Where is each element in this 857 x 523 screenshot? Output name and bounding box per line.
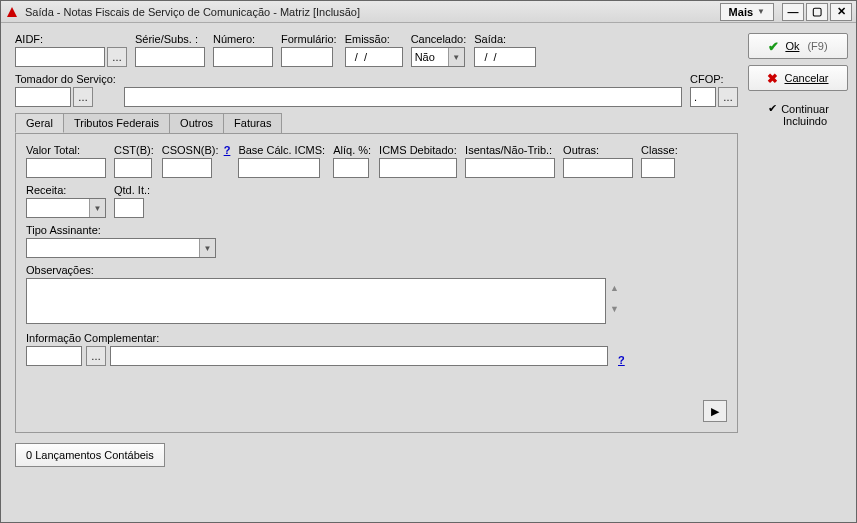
emissao-input[interactable] [345,47,403,67]
emissao-label: Emissão: [345,33,403,45]
info-comp-lookup-button[interactable]: … [86,346,106,366]
saida-field: Saída: [474,33,536,67]
tab-geral[interactable]: Geral [15,113,64,133]
serie-input[interactable] [135,47,205,67]
chevron-down-icon: ▼ [757,7,765,16]
minimize-button[interactable]: — [782,3,804,21]
lancamentos-button[interactable]: 0 Lançamentos Contábeis [15,443,165,467]
numero-field: Número: [213,33,273,67]
cst-label: CST(B): [114,144,154,156]
ok-button[interactable]: ✔ Ok (F9) [748,33,848,59]
outras-field: Outras: [563,144,633,178]
tomador-lookup-button[interactable]: … [73,87,93,107]
chevron-down-icon: ▼ [89,199,105,217]
close-button[interactable]: ✕ [830,3,852,21]
cancelado-label: Cancelado: [411,33,467,45]
cancelado-value: Não [412,51,448,63]
maximize-button[interactable]: ▢ [806,3,828,21]
observacoes-field: Observações: ▲ ▼ [26,264,727,324]
tab-panel-geral: Valor Total: CST(B): CSOSN(B): ? [15,133,738,433]
geral-row-3: Tipo Assinante: ▼ [26,224,727,258]
continuar-incluindo-check[interactable]: ✔ Continuar Incluindo [748,103,848,127]
more-button[interactable]: Mais ▼ [720,3,774,21]
body-area: AIDF: … Série/Subs. : Número: Formulário… [1,23,856,522]
window-title: Saída - Notas Fiscais de Serviço de Comu… [25,6,720,18]
aliq-input [333,158,369,178]
formulario-field: Formulário: [281,33,337,67]
scroll-down-icon[interactable]: ▼ [608,299,621,320]
info-complementar-field: Informação Complementar: … ? [26,332,727,366]
valor-total-field: Valor Total: [26,144,106,178]
tomador-label: Tomador do Serviço: [15,73,116,85]
cancelado-field: Cancelado: Não ▼ [411,33,467,67]
tab-faturas[interactable]: Faturas [223,113,282,133]
isentas-input [465,158,555,178]
observacoes-label: Observações: [26,264,727,276]
info-complementar-label: Informação Complementar: [26,332,727,344]
isentas-field: Isentas/Não-Trib.: [465,144,555,178]
scroll-up-icon[interactable]: ▲ [608,278,621,299]
titlebar: Saída - Notas Fiscais de Serviço de Comu… [1,1,856,23]
tomador-code-input[interactable] [15,87,71,107]
saida-label: Saída: [474,33,536,45]
base-calc-label: Base Cálc. ICMS: [238,144,325,156]
tab-tributos-federais[interactable]: Tributos Federais [63,113,170,133]
isentas-label: Isentas/Não-Trib.: [465,144,555,156]
observacoes-scroll: ▲ ▼ [608,278,621,324]
tomador-desc-input[interactable] [124,87,682,107]
csosn-input[interactable] [162,158,212,178]
receita-label: Receita: [26,184,106,196]
cfop-lookup-button[interactable]: … [718,87,738,107]
next-record-button[interactable]: ▶ [703,400,727,422]
cancel-button[interactable]: ✖ Cancelar [748,65,848,91]
saida-input[interactable] [474,47,536,67]
cancelado-select[interactable]: Não ▼ [411,47,465,67]
info-comp-desc-input[interactable] [110,346,608,366]
receita-select[interactable]: ▼ [26,198,106,218]
cancel-label: Cancelar [784,72,828,84]
arrow-right-icon: ▶ [711,405,719,418]
ok-shortcut: (F9) [807,40,827,52]
tab-outros[interactable]: Outros [169,113,224,133]
aliq-field: Alíq. %: [333,144,371,178]
qtd-input[interactable] [114,198,144,218]
csosn-label: CSOSN(B): [162,144,219,156]
qtd-label: Qtd. It.: [114,184,150,196]
info-comp-help-link[interactable]: ? [618,354,625,366]
checkbox-checked-icon: ✔ [767,103,777,113]
formulario-input[interactable] [281,47,333,67]
classe-input[interactable] [641,158,675,178]
x-icon: ✖ [767,71,778,86]
valor-total-input[interactable] [26,158,106,178]
cst-input[interactable] [114,158,152,178]
cfop-input[interactable] [690,87,716,107]
qtd-field: Qtd. It.: [114,184,150,218]
tipo-assinante-select[interactable]: ▼ [26,238,216,258]
more-button-label: Mais [729,6,753,18]
geral-row-1: Valor Total: CST(B): CSOSN(B): ? [26,144,727,178]
base-calc-input [238,158,320,178]
tomador-row: Tomador do Serviço: … CFOP: … [15,73,738,107]
classe-label: Classe: [641,144,678,156]
cst-field: CST(B): [114,144,154,178]
app-window: Saída - Notas Fiscais de Serviço de Comu… [0,0,857,523]
numero-input[interactable] [213,47,273,67]
icms-debitado-label: ICMS Debitado: [379,144,457,156]
emissao-field: Emissão: [345,33,403,67]
tipo-assinante-field: Tipo Assinante: ▼ [26,224,216,258]
csosn-help-link[interactable]: ? [224,144,231,156]
check-icon: ✔ [768,39,779,54]
tipo-assinante-label: Tipo Assinante: [26,224,216,236]
top-row: AIDF: … Série/Subs. : Número: Formulário… [15,33,738,67]
aidf-input[interactable] [15,47,105,67]
outras-label: Outras: [563,144,633,156]
serie-field: Série/Subs. : [135,33,205,67]
observacoes-textarea[interactable] [26,278,606,324]
info-comp-code-input[interactable] [26,346,82,366]
csosn-field: CSOSN(B): ? [162,144,231,178]
chevron-down-icon: ▼ [199,239,215,257]
outras-input [563,158,633,178]
valor-total-label: Valor Total: [26,144,106,156]
aidf-lookup-button[interactable]: … [107,47,127,67]
tab-container: Geral Tributos Federais Outros Faturas V… [15,113,738,433]
